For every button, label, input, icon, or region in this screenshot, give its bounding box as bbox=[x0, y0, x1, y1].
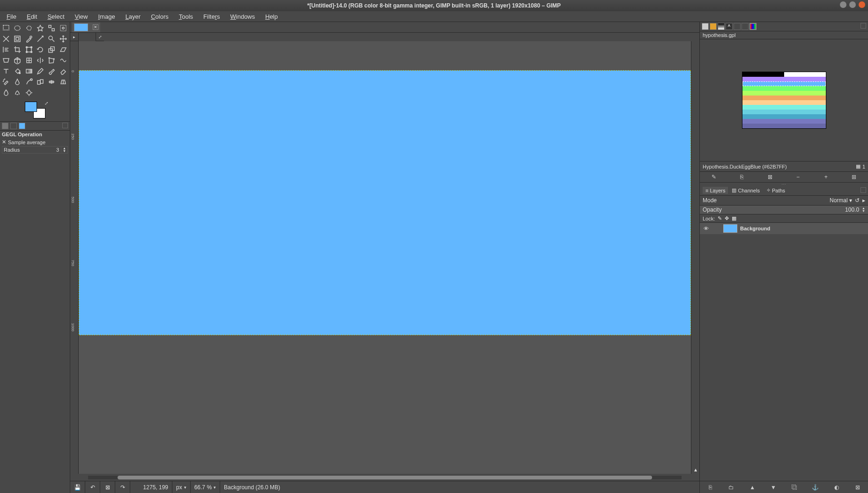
tab-paths[interactable]: ✧Paths bbox=[764, 187, 788, 194]
delete-layer-icon[interactable]: ⊠ bbox=[853, 483, 862, 492]
tool-measure[interactable] bbox=[35, 34, 45, 44]
new-group-icon[interactable]: 🗀 bbox=[727, 483, 736, 492]
tool-scale[interactable] bbox=[46, 44, 57, 55]
tool-clone[interactable] bbox=[35, 77, 45, 87]
history-tab-icon[interactable] bbox=[734, 23, 741, 30]
tool-blur[interactable] bbox=[1, 88, 11, 98]
merge-down-icon[interactable]: ⚓ bbox=[811, 483, 820, 492]
tool-rect-select[interactable] bbox=[1, 23, 11, 33]
lock-position-icon[interactable]: ✥ bbox=[725, 215, 729, 221]
unit-dropdown[interactable]: px bbox=[172, 481, 191, 493]
zoom-all-icon[interactable]: ⊞ bbox=[849, 173, 859, 181]
tool-color-picker[interactable] bbox=[24, 34, 34, 44]
radius-field[interactable]: Radius 3 ▲▼ bbox=[2, 146, 68, 154]
image-tab[interactable]: ✕ bbox=[72, 22, 100, 32]
vertical-ruler[interactable]: 02505007501000 bbox=[70, 41, 79, 474]
tool-flip[interactable] bbox=[35, 55, 45, 66]
palette-color[interactable] bbox=[742, 96, 826, 100]
device-status-tab-icon[interactable] bbox=[10, 123, 17, 129]
tool-move[interactable] bbox=[58, 34, 68, 44]
palette-color[interactable] bbox=[742, 114, 826, 119]
tool-unified-transform[interactable] bbox=[24, 44, 34, 55]
menu-edit[interactable]: Edit bbox=[23, 12, 41, 21]
tool-ink[interactable] bbox=[12, 77, 22, 87]
zoom-fit-icon[interactable]: ⤢ bbox=[96, 33, 104, 41]
menu-image[interactable]: Image bbox=[94, 12, 119, 21]
minimize-button[interactable] bbox=[840, 1, 846, 8]
patterns-tab-icon[interactable] bbox=[710, 23, 717, 30]
zoom-in-icon[interactable]: + bbox=[821, 173, 831, 181]
menu-file[interactable]: File bbox=[3, 12, 20, 21]
tool-eraser[interactable] bbox=[58, 66, 68, 76]
duplicate-layer-icon[interactable]: ⿻ bbox=[790, 483, 799, 492]
tool-crop[interactable] bbox=[12, 44, 22, 55]
palette-color[interactable] bbox=[742, 110, 826, 114]
palette-color[interactable] bbox=[742, 124, 826, 128]
tool-options-tab-icon[interactable] bbox=[2, 123, 8, 129]
tool-paths[interactable] bbox=[12, 34, 22, 44]
tool-3d-transform[interactable] bbox=[12, 55, 22, 66]
palette-color[interactable] bbox=[742, 72, 784, 77]
palette-color[interactable] bbox=[742, 105, 826, 110]
palette-color[interactable] bbox=[784, 72, 826, 77]
menu-filters[interactable]: Filters bbox=[200, 12, 223, 21]
palettes-tab-icon[interactable] bbox=[749, 23, 757, 30]
tool-scissors[interactable] bbox=[58, 23, 68, 33]
tool-pencil[interactable] bbox=[35, 66, 45, 76]
lock-alpha-icon[interactable]: ▩ bbox=[732, 215, 736, 221]
menu-windows[interactable]: Windows bbox=[227, 12, 259, 21]
palette-color[interactable] bbox=[742, 100, 826, 105]
redo-icon[interactable]: ↷ bbox=[115, 481, 130, 493]
zoom-dropdown[interactable]: 66.7 % bbox=[191, 481, 220, 493]
tool-cage[interactable] bbox=[46, 55, 57, 66]
canvas-viewport[interactable] bbox=[79, 41, 691, 474]
opacity-row[interactable]: Opacity 100.0 ▲▼ bbox=[700, 206, 868, 214]
mask-layer-icon[interactable]: ◐ bbox=[832, 483, 841, 492]
palette-color[interactable] bbox=[742, 86, 826, 91]
tool-ellipse-select[interactable] bbox=[12, 23, 22, 33]
palette-color[interactable] bbox=[742, 119, 826, 124]
maximize-button[interactable] bbox=[849, 1, 856, 8]
mode-reset-icon[interactable]: ↺ bbox=[855, 197, 860, 204]
zoom-out-icon[interactable]: − bbox=[793, 173, 802, 181]
brushes-tab-icon[interactable] bbox=[702, 23, 709, 30]
image-tab-close-icon[interactable]: ✕ bbox=[93, 24, 98, 30]
edit-palette-icon[interactable]: ✎ bbox=[709, 173, 719, 181]
layer-item[interactable]: 👁 Background bbox=[700, 223, 868, 234]
palette-columns[interactable]: 1 bbox=[862, 164, 865, 169]
opacity-spinner[interactable]: ▲▼ bbox=[860, 207, 865, 213]
swap-colors-icon[interactable]: ⤢ bbox=[45, 101, 48, 106]
menu-select[interactable]: Select bbox=[44, 12, 68, 21]
delete-entry-icon[interactable]: ⊠ bbox=[765, 173, 775, 181]
ruler-corner-menu[interactable]: ▸ bbox=[70, 33, 79, 41]
sample-average-checkbox[interactable]: ✕ Sample average bbox=[2, 139, 68, 145]
tool-text[interactable] bbox=[1, 66, 11, 76]
tool-paintbrush[interactable] bbox=[46, 66, 57, 76]
tool-by-color-select[interactable] bbox=[46, 23, 57, 33]
tab-channels[interactable]: ▥Channels bbox=[729, 187, 762, 194]
cancel-icon[interactable]: ⊠ bbox=[100, 481, 115, 493]
palette-color[interactable] bbox=[742, 77, 826, 81]
tool-mypaint[interactable] bbox=[24, 77, 34, 87]
tool-airbrush[interactable] bbox=[1, 77, 11, 87]
raise-layer-icon[interactable]: ▲ bbox=[748, 483, 757, 492]
palette-color[interactable] bbox=[742, 91, 826, 96]
tool-perspective[interactable] bbox=[1, 55, 11, 66]
spinner-icon[interactable]: ▲▼ bbox=[61, 147, 66, 153]
menu-view[interactable]: View bbox=[71, 12, 92, 21]
grid-icon[interactable]: ▦ bbox=[856, 163, 861, 169]
menu-layer[interactable]: Layer bbox=[122, 12, 145, 21]
tool-foreground-select[interactable] bbox=[1, 34, 11, 44]
menu-tools[interactable]: Tools bbox=[175, 12, 197, 21]
undo-history-tab-icon[interactable] bbox=[19, 123, 25, 129]
layer-name[interactable]: Background bbox=[740, 226, 770, 231]
tool-gradient[interactable] bbox=[24, 66, 34, 76]
tool-rotate[interactable] bbox=[35, 44, 45, 55]
lock-pixels-icon[interactable]: ✎ bbox=[718, 215, 722, 221]
lower-layer-icon[interactable]: ▼ bbox=[769, 483, 778, 492]
tool-align[interactable] bbox=[1, 44, 11, 55]
menu-help[interactable]: Help bbox=[261, 12, 282, 21]
palette-color[interactable] bbox=[742, 81, 826, 86]
tool-dodge[interactable] bbox=[24, 88, 34, 98]
dock-detach-icon[interactable] bbox=[861, 23, 866, 29]
